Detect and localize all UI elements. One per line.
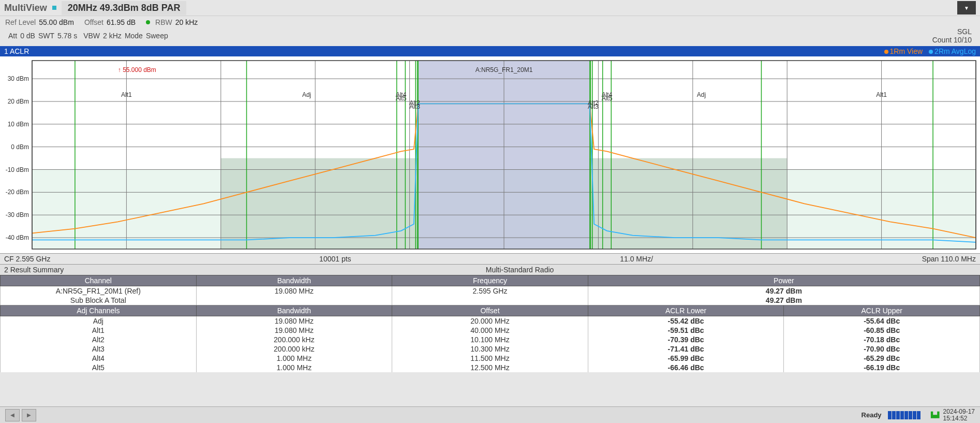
offset-label: Offset: [84, 18, 103, 26]
svg-text:Alt3: Alt3: [409, 103, 420, 110]
table-row: Alt119.080 MHz40.000 MHz-59.51 dBc-60.85…: [1, 326, 980, 335]
reflevel-value[interactable]: 55.00 dBm: [39, 18, 74, 26]
svg-text:-10 dBm: -10 dBm: [6, 166, 29, 173]
trace2-legend[interactable]: 2Rm AvgLog: [929, 47, 976, 55]
svg-text:0 dBm: 0 dBm: [11, 143, 29, 151]
status-bar: ◄ ► Ready ▙▟ 2024-09-1715:14:52: [0, 406, 980, 423]
reflevel-label: Ref Level: [5, 18, 36, 26]
svg-rect-2: [590, 158, 787, 249]
datetime: 2024-09-1715:14:52: [943, 409, 975, 422]
svg-text:10 dBm: 10 dBm: [8, 121, 29, 128]
rbw-label: RBW: [155, 18, 172, 26]
network-icon: ▙▟: [931, 412, 939, 418]
svg-text:-40 dBm: -40 dBm: [6, 234, 29, 241]
chart-footer: CF 2.595 GHz 10001 pts 11.0 MHz/ Span 11…: [0, 253, 980, 264]
title-bar: MultiView 20MHz 49.3dBm 8dB PAR ▼: [0, 0, 980, 16]
table-row: A:NR5G_FR1_20M1 (Ref) 19.080 MHz 2.595 G…: [1, 286, 980, 296]
table-row: Alt3200.000 kHz10.300 MHz-71.41 dBc-70.9…: [1, 344, 980, 354]
att-label: Att: [8, 32, 17, 40]
settings-row-2: Att 0 dB SWT 5.78 s VBW 2 kHz Mode Sweep…: [0, 27, 980, 46]
mode-value[interactable]: Sweep: [146, 32, 168, 40]
spectrum-chart[interactable]: 30 dBm20 dBm10 dBm0 dBm-10 dBm-20 dBm-30…: [0, 56, 980, 253]
svg-text:Alt1: Alt1: [876, 91, 887, 98]
table-header-row: Adj Channels Bandwidth Offset ACLR Lower…: [1, 305, 980, 316]
settings-row-1: Ref Level 55.00 dBm Offset 61.95 dB RBW …: [0, 16, 980, 27]
svg-text:↑ 55.000 dBm: ↑ 55.000 dBm: [118, 66, 156, 74]
center-freq[interactable]: CF 2.595 GHz: [4, 255, 50, 263]
svg-text:Adj: Adj: [697, 91, 706, 98]
svg-text:-30 dBm: -30 dBm: [6, 211, 29, 218]
span[interactable]: Span 110.0 MHz: [922, 255, 976, 263]
svg-text:30 dBm: 30 dBm: [8, 75, 29, 82]
multiview-label[interactable]: MultiView: [4, 3, 47, 13]
per-div: 11.0 MHz/: [620, 255, 653, 263]
sweep-points: 10001 pts: [319, 255, 351, 263]
result-summary-title: 2 Result Summary: [4, 266, 64, 274]
swt-value[interactable]: 5.78 s: [57, 32, 77, 40]
table-row: Alt41.000 MHz11.500 MHz-65.99 dBc-65.29 …: [1, 354, 980, 363]
vbw-label: VBW: [83, 32, 100, 40]
svg-text:Alt1: Alt1: [121, 91, 132, 98]
result-table: Channel Bandwidth Frequency Power A:NR5G…: [0, 275, 980, 372]
vbw-value[interactable]: 2 kHz: [103, 32, 122, 40]
svg-text:Alt5: Alt5: [396, 95, 407, 102]
progress-bars-icon: [888, 411, 920, 419]
chart-header: 1 ACLR 1Rm View 2Rm AvgLog: [0, 46, 980, 56]
table-row: Sub Block A Total 49.27 dBm: [1, 296, 980, 305]
table-row: Adj19.080 MHz20.000 MHz-55.42 dBc-55.64 …: [1, 316, 980, 326]
msr-label: Multi-Standard Radio: [486, 266, 554, 274]
att-value[interactable]: 0 dB: [20, 32, 35, 40]
result-summary-header: 2 Result Summary Multi-Standard Radio: [0, 264, 980, 275]
menu-dropdown-button[interactable]: ▼: [957, 1, 976, 14]
multiview-indicator-icon: [52, 6, 56, 10]
sgl-indicator: SGL: [957, 27, 972, 36]
rbw-value[interactable]: 20 kHz: [175, 18, 198, 26]
svg-text:Adj: Adj: [302, 91, 311, 98]
svg-text:20 dBm: 20 dBm: [8, 98, 29, 105]
table-row: Alt51.000 MHz12.500 MHz-66.46 dBc-66.19 …: [1, 363, 980, 372]
rbw-coupled-icon: [146, 20, 150, 24]
svg-rect-1: [221, 158, 418, 249]
svg-text:Alt3: Alt3: [588, 103, 599, 110]
ready-status: Ready: [862, 411, 882, 419]
trace1-legend[interactable]: 1Rm View: [884, 47, 923, 55]
svg-text:A:NR5G_FR1_20M1: A:NR5G_FR1_20M1: [476, 66, 533, 74]
svg-text:Alt5: Alt5: [602, 95, 613, 102]
table-row: Alt2200.000 kHz10.100 MHz-70.39 dBc-70.1…: [1, 335, 980, 344]
measurement-tab[interactable]: 20MHz 49.3dBm 8dB PAR: [62, 1, 187, 15]
next-button[interactable]: ►: [22, 409, 36, 421]
svg-text:-20 dBm: -20 dBm: [6, 188, 29, 196]
mode-label: Mode: [125, 32, 143, 40]
chart-title: 1 ACLR: [4, 47, 29, 55]
table-header-row: Channel Bandwidth Frequency Power: [1, 275, 980, 286]
prev-button[interactable]: ◄: [5, 409, 20, 421]
swt-label: SWT: [38, 32, 54, 40]
offset-value[interactable]: 61.95 dB: [107, 18, 136, 26]
count-indicator: Count 10/10: [932, 36, 972, 44]
